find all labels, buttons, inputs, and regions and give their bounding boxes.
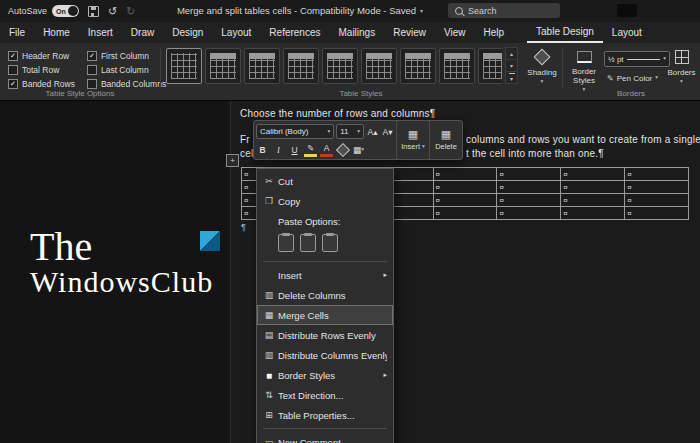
menu-item-distribute-rows-evenly[interactable]: ▤Distribute Rows Evenly [257, 325, 393, 345]
logo-text-windowsclub: WindowsClub [30, 266, 220, 298]
titlebar: AutoSave On ↺ ↻ Merge and split tables c… [0, 0, 700, 22]
tab-draw[interactable]: Draw [122, 22, 163, 43]
borders-button[interactable]: Borders ▾ [665, 49, 698, 85]
tab-layout[interactable]: Layout [603, 22, 651, 43]
table-cell[interactable]: ¤ [625, 181, 689, 194]
font-name-select[interactable]: Calibri (Body) ▾ [256, 124, 334, 139]
table-cell[interactable]: ¤ [434, 181, 498, 194]
table-style-thumbnail[interactable] [478, 48, 502, 84]
titlebar-button[interactable] [617, 4, 637, 17]
redo-icon[interactable]: ↻ [126, 6, 135, 17]
tab-home[interactable]: Home [34, 22, 79, 43]
table-cell[interactable]: ¤ [561, 194, 625, 207]
table-style-thumbnail[interactable] [166, 48, 202, 84]
menu-item-label: Table Properties... [278, 410, 387, 421]
table-cell[interactable]: ¤ [625, 168, 689, 181]
insert-cells-button[interactable]: ▦ Insert ▾ [396, 121, 429, 159]
table-cell[interactable]: ¤ [625, 207, 689, 220]
menu-item-text-direction[interactable]: ⇅Text Direction... [257, 385, 393, 405]
checkbox-icon[interactable]: ✓ [8, 79, 18, 89]
table-cell[interactable]: ¤ [561, 181, 625, 194]
checkbox-icon[interactable] [87, 65, 97, 75]
paste-merge-formatting-icon[interactable] [300, 234, 316, 252]
table-style-thumbnail[interactable] [361, 48, 397, 84]
chevron-down-icon: ▾ [357, 129, 360, 135]
menu-item-distribute-columns-evenly[interactable]: ▥Distribute Columns Evenly [257, 345, 393, 365]
tab-insert[interactable]: Insert [79, 22, 122, 43]
table-style-thumbnail[interactable] [400, 48, 436, 84]
tab-view[interactable]: View [435, 22, 475, 43]
shading-button[interactable]: Shading ▾ [524, 49, 560, 85]
table-cell[interactable]: ¤ [497, 181, 561, 194]
gallery-more-button[interactable]: ▾ [505, 71, 518, 84]
menu-item-new-comment[interactable]: ▭New Comment [257, 432, 393, 443]
italic-button[interactable]: I [272, 142, 285, 157]
table-cell[interactable]: ¤ [497, 207, 561, 220]
menu-item-copy[interactable]: ❐Copy [257, 191, 393, 211]
tab-file[interactable]: File [0, 22, 34, 43]
menu-item-table-properties[interactable]: ⊞Table Properties... [257, 405, 393, 425]
table-cell[interactable]: ¤ [434, 207, 498, 220]
style-option-banded-columns[interactable]: Banded Columns [87, 79, 166, 89]
table-cell[interactable]: ¤ [561, 207, 625, 220]
menu-item-insert[interactable]: Insert▸ [257, 265, 393, 285]
paste-keep-text-only-icon[interactable] [322, 234, 338, 252]
borders-button-mini[interactable]: ▦ ▾ [352, 142, 365, 157]
table-style-thumbnail[interactable] [322, 48, 358, 84]
grow-font-button[interactable]: A▴ [366, 125, 379, 138]
tab-table-design[interactable]: Table Design [527, 22, 603, 43]
style-option-first-column[interactable]: ✓First Column [87, 51, 166, 61]
pen-weight-select[interactable]: ½ pt ▾ [604, 51, 670, 67]
delete-cells-button[interactable]: ▦ Delete [429, 121, 462, 159]
table-style-thumbnail[interactable] [205, 48, 241, 84]
autosave-toggle[interactable]: On [52, 5, 79, 17]
table-cell[interactable]: ¤ [434, 168, 498, 181]
table-cell[interactable]: ¤ [561, 168, 625, 181]
table-move-handle[interactable]: + [226, 154, 239, 167]
tab-help[interactable]: Help [474, 22, 513, 43]
document-area: Choose the number of rows and columns¶ F… [0, 100, 700, 443]
style-option-banded-rows[interactable]: ✓Banded Rows [8, 79, 75, 89]
table-cell[interactable]: ¤ [434, 194, 498, 207]
table-cell[interactable]: ¤ [497, 194, 561, 207]
shrink-font-button[interactable]: A▾ [381, 125, 394, 138]
table-style-thumbnail[interactable] [244, 48, 280, 84]
checkbox-icon[interactable] [8, 65, 18, 75]
table-style-thumbnail[interactable] [283, 48, 319, 84]
ribbon-tabs: FileHomeInsertDrawDesignLayoutReferences… [0, 22, 700, 43]
style-option-header-row[interactable]: ✓Header Row [8, 51, 75, 61]
tab-layout[interactable]: Layout [212, 22, 260, 43]
table-cell[interactable]: ¤ [497, 168, 561, 181]
menu-item-border-styles[interactable]: ■Border Styles▸ [257, 365, 393, 385]
font-color-button[interactable]: A [320, 142, 333, 157]
paste-keep-source-formatting-icon[interactable] [278, 234, 294, 252]
submenu-arrow-icon: ▸ [383, 371, 387, 379]
menu-item-cut[interactable]: ✂Cut [257, 171, 393, 191]
style-option-last-column[interactable]: Last Column [87, 65, 166, 75]
table-cell[interactable]: ¤ [625, 194, 689, 207]
pen-color-select[interactable]: ✎ Pen Color ▾ [604, 71, 668, 85]
bold-button[interactable]: B [256, 142, 269, 157]
border-styles-button[interactable]: Border Styles ▾ [566, 49, 602, 93]
style-option-total-row[interactable]: Total Row [8, 65, 75, 75]
checkbox-icon[interactable]: ✓ [87, 51, 97, 61]
undo-icon[interactable]: ↺ [108, 6, 117, 17]
tab-mailings[interactable]: Mailings [329, 22, 384, 43]
checkbox-icon[interactable] [87, 79, 97, 89]
save-icon[interactable] [88, 6, 99, 17]
menu-item-delete-columns[interactable]: ▥Delete Columns [257, 285, 393, 305]
tab-design[interactable]: Design [163, 22, 212, 43]
tab-references[interactable]: References [260, 22, 329, 43]
highlight-button[interactable]: ✎ [304, 142, 317, 157]
chevron-down-icon[interactable]: ▾ [420, 7, 423, 14]
tab-review[interactable]: Review [384, 22, 435, 43]
doc-text-line1: Choose the number of rows and columns¶ [240, 108, 435, 119]
table-style-thumbnail[interactable] [439, 48, 475, 84]
search-box[interactable]: Search [448, 3, 560, 18]
checkbox-icon[interactable]: ✓ [8, 51, 18, 61]
font-size-select[interactable]: 11 ▾ [336, 124, 364, 139]
underline-button[interactable]: U [288, 142, 301, 157]
menu-item-merge-cells[interactable]: ▦Merge Cells [257, 305, 393, 325]
shading-button-mini[interactable] [336, 142, 349, 157]
doc-text-line3-left: cel [240, 148, 253, 159]
